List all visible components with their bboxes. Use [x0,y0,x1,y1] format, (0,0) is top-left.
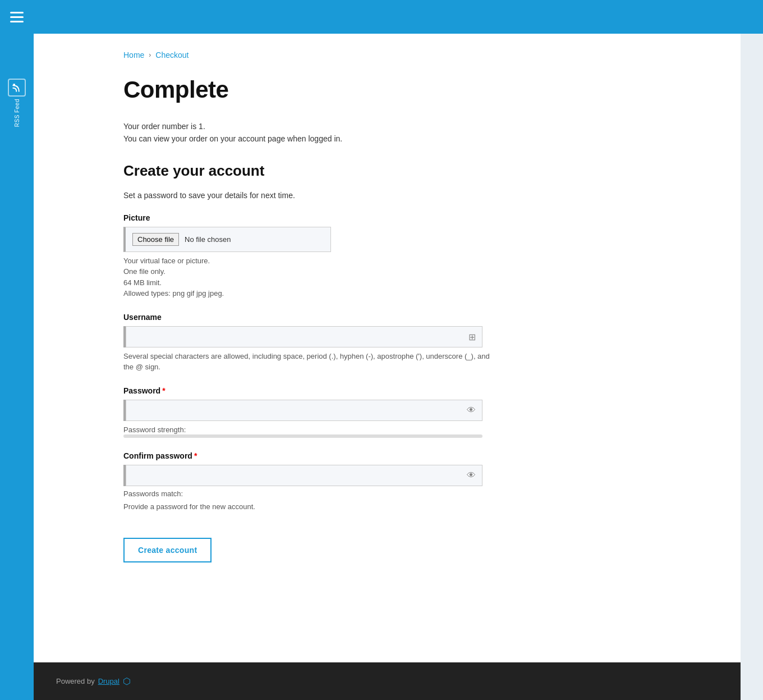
picture-hint-2: One file only. [123,266,494,277]
order-account-text: You can view your order on your account … [123,132,494,145]
password-input[interactable] [126,400,482,421]
drupal-icon: ⬡ [123,676,131,687]
username-input[interactable] [126,326,482,347]
order-info: Your order number is 1. You can view you… [123,120,494,145]
strength-bar-container: Password strength: [123,424,494,438]
confirm-password-input[interactable] [126,465,482,486]
password-label: Password* [123,386,494,395]
rss-icon-box [8,79,26,97]
password-toggle-icon[interactable]: 👁 [467,405,476,415]
create-account-button[interactable]: Create account [123,538,212,562]
main-wrapper: Home › Checkout Complete Your order numb… [34,0,741,662]
right-decoration [741,0,763,700]
hamburger-menu[interactable] [10,12,24,22]
rss-feed-label: RSS Feed [14,99,20,127]
picture-hint: Your virtual face or picture. One file o… [123,255,494,299]
picture-hint-1: Your virtual face or picture. [123,255,494,267]
picture-hint-3: 64 MB limit. [123,277,494,289]
hamburger-line3 [10,21,24,22]
username-input-wrapper: ⊞ [123,326,482,347]
order-number-text: Your order number is 1. [123,120,494,132]
password-field-group: Password* 👁 Password strength: [123,386,494,438]
hamburger-line1 [10,12,24,13]
picture-label: Picture [123,213,494,222]
username-icon: ⊞ [468,331,476,342]
hamburger-line2 [10,16,24,18]
form-subtitle: Set a password to save your details for … [123,191,494,200]
page-title: Complete [123,76,494,103]
picture-field-group: Picture Choose file No file chosen Your … [123,213,494,299]
picture-upload-wrapper: Choose file No file chosen [123,227,331,252]
picture-hint-4: Allowed types: png gif jpg jpeg. [123,288,494,299]
strength-label: Password strength: [123,426,186,434]
rss-feed-item[interactable]: RSS Feed [8,79,26,127]
password-input-wrapper: 👁 [123,400,482,421]
strength-bar [123,434,482,438]
password-required-star: * [162,386,165,395]
drupal-link[interactable]: Drupal [98,677,119,685]
confirm-required-star: * [194,451,197,460]
confirm-password-toggle-icon[interactable]: 👁 [467,470,476,481]
rss-icon [12,83,22,93]
breadcrumb: Home › Checkout [123,51,494,60]
footer: Powered by Drupal ⬡ [34,662,741,700]
left-sidebar: RSS Feed [0,0,34,700]
no-file-text: No file chosen [185,235,231,244]
confirm-password-label: Confirm password* [123,451,494,460]
breadcrumb-current: Checkout [155,51,189,60]
passwords-match-text: Passwords match: [123,489,494,498]
section-title: Create your account [123,162,494,180]
choose-file-button[interactable]: Choose file [132,233,179,246]
username-hint: Several special characters are allowed, … [123,351,494,373]
breadcrumb-separator: › [149,51,151,59]
confirm-password-field-group: Confirm password* 👁 Passwords match: Pro… [123,451,494,511]
username-label: Username [123,313,494,322]
username-field-group: Username ⊞ Several special characters ar… [123,313,494,373]
password-hint: Provide a password for the new account. [123,502,494,511]
content-area: Home › Checkout Complete Your order numb… [34,34,516,596]
breadcrumb-home-link[interactable]: Home [123,51,144,60]
powered-by-text: Powered by [56,677,95,685]
confirm-password-input-wrapper: 👁 [123,465,482,486]
top-nav [0,0,763,34]
